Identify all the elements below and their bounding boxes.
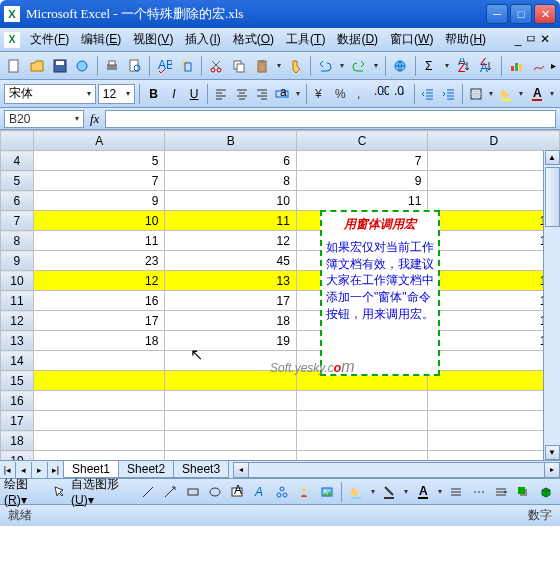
cell[interactable] [33, 411, 165, 431]
cell[interactable] [428, 391, 560, 411]
sort-desc-icon[interactable]: ZA [476, 55, 497, 77]
cell[interactable]: 8 [165, 171, 297, 191]
row-header[interactable]: 18 [1, 431, 34, 451]
cell[interactable] [165, 431, 297, 451]
cell[interactable]: 10 [33, 211, 165, 231]
cell[interactable]: 9 [296, 171, 428, 191]
cell[interactable] [428, 351, 560, 371]
autosum-icon[interactable]: Σ [419, 55, 440, 77]
line-style-icon[interactable] [446, 481, 466, 503]
underline-button[interactable]: U [185, 83, 203, 105]
menu-d[interactable]: 数据(D) [331, 30, 384, 48]
cell[interactable] [428, 251, 560, 271]
row-header[interactable]: 19 [1, 451, 34, 461]
diagram-icon[interactable] [272, 481, 292, 503]
menu-e[interactable]: 编辑(E) [75, 30, 127, 48]
spreadsheet-grid[interactable]: ABCD 45677578986910119710111081112119234… [0, 130, 560, 460]
currency-icon[interactable]: ¥ [311, 83, 329, 105]
cell[interactable] [296, 451, 428, 461]
cell[interactable]: 18 [33, 331, 165, 351]
arrow-icon[interactable] [160, 481, 180, 503]
drawing-icon[interactable] [528, 55, 549, 77]
paste-icon[interactable] [251, 55, 272, 77]
toolbar-options-icon[interactable]: ▸ [551, 60, 556, 71]
chart-icon[interactable] [506, 55, 527, 77]
textbox-callout[interactable]: 用窗体调用宏 如果宏仅对当前工作簿文档有效，我建议大家在工作簿文档中添加一个"窗… [320, 210, 440, 376]
cell[interactable] [33, 351, 165, 371]
workbook-icon[interactable]: X [4, 32, 20, 48]
bold-button[interactable]: B [144, 83, 162, 105]
menu-f[interactable]: 文件(F) [24, 30, 75, 48]
3d-icon[interactable] [536, 481, 556, 503]
row-header[interactable]: 8 [1, 231, 34, 251]
cell[interactable]: 16 [428, 311, 560, 331]
close-button[interactable]: ✕ [534, 4, 556, 24]
row-header[interactable]: 9 [1, 251, 34, 271]
scroll-up-icon[interactable]: ▲ [545, 150, 560, 165]
print-icon[interactable] [102, 55, 123, 77]
cell[interactable]: 12 [33, 271, 165, 291]
shadow-icon[interactable] [513, 481, 533, 503]
cell[interactable]: 9 [33, 191, 165, 211]
cell[interactable]: 13 [165, 271, 297, 291]
textbox-icon[interactable]: A [227, 481, 247, 503]
name-box[interactable]: B20▾ [4, 110, 84, 128]
row-header[interactable]: 6 [1, 191, 34, 211]
menu-help-input[interactable]: _ ㅁ ✕ [515, 31, 550, 48]
cell[interactable] [428, 431, 560, 451]
row-header[interactable]: 5 [1, 171, 34, 191]
cell[interactable]: 8 [428, 171, 560, 191]
col-header[interactable]: D [428, 131, 560, 151]
col-header[interactable]: A [33, 131, 165, 151]
cell[interactable] [33, 371, 165, 391]
menu-t[interactable]: 工具(T) [280, 30, 331, 48]
increase-indent-icon[interactable] [439, 83, 457, 105]
spell-icon[interactable]: ABC [154, 55, 175, 77]
horizontal-scrollbar[interactable]: ◂▸ [233, 462, 560, 478]
fontsize-combo[interactable]: 12▾ [98, 84, 136, 104]
row-header[interactable]: 14 [1, 351, 34, 371]
cell[interactable]: 17 [33, 311, 165, 331]
cell[interactable]: 12 [428, 271, 560, 291]
row-header[interactable]: 15 [1, 371, 34, 391]
cell[interactable]: 16 [33, 291, 165, 311]
cell[interactable]: 7 [296, 151, 428, 171]
increase-decimal-icon[interactable]: .00 [372, 83, 390, 105]
menu-o[interactable]: 格式(O) [227, 30, 280, 48]
row-header[interactable]: 7 [1, 211, 34, 231]
menu-w[interactable]: 窗口(W) [384, 30, 439, 48]
font-color-icon[interactable]: A [528, 83, 546, 105]
select-objects-icon[interactable] [49, 481, 69, 503]
font-combo[interactable]: 宋体▾ [4, 84, 96, 104]
merge-center-icon[interactable]: a [273, 83, 291, 105]
row-header[interactable]: 4 [1, 151, 34, 171]
scroll-thumb[interactable] [545, 167, 560, 227]
row-header[interactable]: 16 [1, 391, 34, 411]
menu-i[interactable]: 插入(I) [179, 30, 226, 48]
picture-icon[interactable] [317, 481, 337, 503]
vertical-scrollbar[interactable]: ▲ ▼ [543, 150, 560, 460]
maximize-button[interactable]: □ [510, 4, 532, 24]
italic-button[interactable]: I [165, 83, 183, 105]
select-all[interactable] [1, 131, 34, 151]
cell[interactable] [165, 371, 297, 391]
row-header[interactable]: 13 [1, 331, 34, 351]
research-icon[interactable] [176, 55, 197, 77]
cell[interactable]: 17 [428, 331, 560, 351]
cell[interactable]: 10 [165, 191, 297, 211]
cell[interactable]: 11 [165, 211, 297, 231]
cell[interactable] [33, 451, 165, 461]
tab-last-icon[interactable]: ▸| [48, 462, 64, 478]
redo-dropdown[interactable]: ▾ [372, 55, 381, 77]
clipart-icon[interactable] [294, 481, 314, 503]
fx-icon[interactable]: fx [90, 111, 99, 127]
col-header[interactable]: C [296, 131, 428, 151]
menu-v[interactable]: 视图(V) [127, 30, 179, 48]
undo-dropdown[interactable]: ▾ [338, 55, 347, 77]
scroll-down-icon[interactable]: ▼ [545, 445, 560, 460]
cell[interactable] [165, 451, 297, 461]
autoshapes-menu[interactable]: 自选图形(U)▾ [71, 476, 136, 507]
cell[interactable]: 11 [428, 231, 560, 251]
cell[interactable] [33, 431, 165, 451]
save-icon[interactable] [49, 55, 70, 77]
